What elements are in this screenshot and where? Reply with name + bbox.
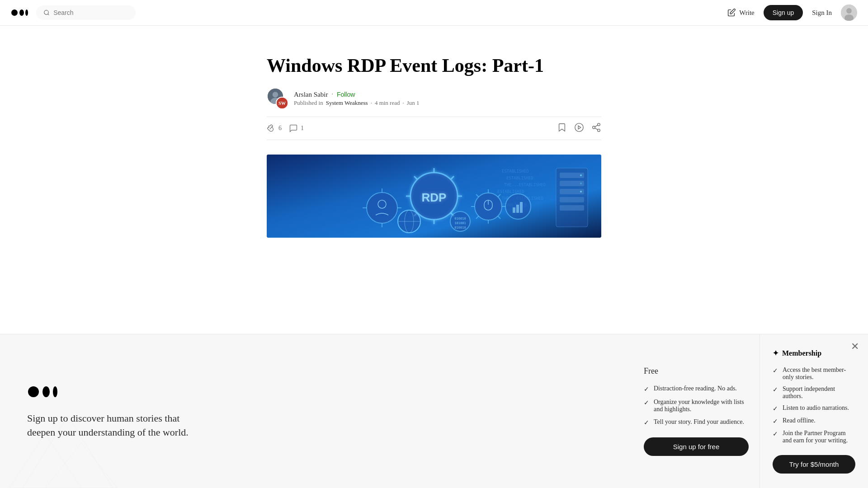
svg-rect-32 xyxy=(560,205,584,211)
svg-point-2 xyxy=(25,9,28,16)
svg-point-13 xyxy=(575,123,583,131)
clap-icon xyxy=(267,124,276,133)
meta-separator-1: · xyxy=(371,99,372,107)
article-hero-image: ESTABLISHED ESTABLISHED THE...ESTABLISHE… xyxy=(267,155,601,238)
share-button[interactable] xyxy=(591,122,601,134)
svg-rect-73 xyxy=(516,205,519,213)
author-name-row: Arslan Sabir · Follow xyxy=(294,91,420,99)
svg-point-34 xyxy=(580,183,582,184)
bookmark-button[interactable] xyxy=(557,122,567,134)
svg-text:010010: 010010 xyxy=(454,226,466,230)
article-title: Windows RDP Event Logs: Part-1 xyxy=(267,36,601,77)
action-right xyxy=(557,122,601,134)
search-icon xyxy=(43,9,50,16)
search-bar[interactable] xyxy=(36,5,136,20)
follow-button[interactable]: Follow xyxy=(337,91,355,98)
svg-point-35 xyxy=(580,191,582,192)
avatar-icon xyxy=(841,5,857,21)
svg-text:ESTABLISHED: ESTABLISHED xyxy=(502,169,529,174)
svg-point-0 xyxy=(11,9,18,16)
svg-line-19 xyxy=(595,125,598,127)
navbar-right: Write Sign up Sign In xyxy=(726,5,857,21)
bookmark-icon xyxy=(557,122,567,132)
svg-text:THE...ESTABLISHED: THE...ESTABLISHED xyxy=(504,183,546,187)
play-icon xyxy=(574,122,584,132)
medium-logo-icon xyxy=(11,7,29,18)
publish-date: Jun 1 xyxy=(407,99,420,107)
svg-point-17 xyxy=(598,129,600,132)
rdp-banner-svg: ESTABLISHED ESTABLISHED THE...ESTABLISHE… xyxy=(267,155,601,238)
svg-line-4 xyxy=(48,14,49,15)
svg-text:RDP: RDP xyxy=(422,191,447,204)
svg-text:ESTABLISHED: ESTABLISHED xyxy=(506,176,533,180)
action-bar: 6 1 xyxy=(267,117,601,140)
share-icon xyxy=(591,122,601,132)
medium-logo[interactable] xyxy=(11,7,29,18)
svg-text:ESTABLISHED: ESTABLISHED xyxy=(497,189,524,194)
read-time: 4 min read xyxy=(375,99,400,107)
content-area: Windows RDP Event Logs: Part-1 SW Arslan… xyxy=(267,0,601,256)
publication-link[interactable]: System Weakness xyxy=(326,99,368,107)
write-label: Write xyxy=(739,9,755,17)
dot-separator: · xyxy=(331,91,333,98)
comment-icon xyxy=(289,124,298,133)
clap-button[interactable]: 6 xyxy=(267,124,282,133)
svg-text:101001: 101001 xyxy=(454,221,466,225)
user-avatar[interactable] xyxy=(841,5,857,21)
svg-point-3 xyxy=(44,10,48,14)
clap-count: 6 xyxy=(278,125,282,132)
navbar: Write Sign up Sign In xyxy=(0,0,868,26)
action-left: 6 1 xyxy=(267,124,304,133)
svg-point-57 xyxy=(367,192,397,223)
meta-separator-2: · xyxy=(402,99,404,107)
signin-link[interactable]: Sign In xyxy=(812,9,832,17)
svg-point-16 xyxy=(593,127,595,129)
comment-count: 1 xyxy=(301,125,304,132)
signup-button[interactable]: Sign up xyxy=(764,5,803,20)
write-button[interactable]: Write xyxy=(726,8,755,18)
svg-text:SW: SW xyxy=(278,101,286,106)
meta-row: Published in System Weakness · 4 min rea… xyxy=(294,99,420,107)
navbar-left xyxy=(11,5,136,20)
comment-button[interactable]: 1 xyxy=(289,124,304,133)
author-info: Arslan Sabir · Follow Published in Syste… xyxy=(294,91,420,107)
publication-avatar-icon: SW xyxy=(277,97,288,109)
svg-point-1 xyxy=(19,9,24,16)
svg-marker-14 xyxy=(578,126,581,129)
author-section: SW Arslan Sabir · Follow Published in Sy… xyxy=(267,88,601,109)
svg-point-15 xyxy=(598,123,600,126)
svg-rect-31 xyxy=(560,197,584,202)
svg-text:010010: 010010 xyxy=(454,217,466,221)
search-input[interactable] xyxy=(53,9,128,16)
author-name[interactable]: Arslan Sabir xyxy=(294,91,328,99)
svg-rect-74 xyxy=(520,202,523,213)
author-avatar-secondary: SW xyxy=(276,97,288,109)
listen-button[interactable] xyxy=(574,122,584,134)
write-icon xyxy=(726,8,736,18)
svg-point-6 xyxy=(846,8,852,14)
author-avatars: SW xyxy=(267,88,288,109)
svg-line-18 xyxy=(595,128,598,130)
svg-point-33 xyxy=(580,174,582,176)
published-in-label: Published in xyxy=(294,99,323,107)
svg-rect-72 xyxy=(513,207,515,213)
